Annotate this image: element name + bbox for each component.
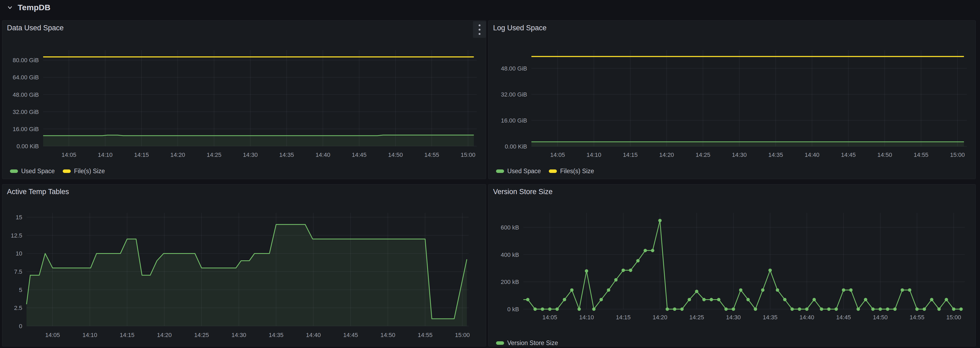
legend-label: Version Store Size — [507, 339, 558, 346]
svg-text:14:15: 14:15 — [120, 332, 135, 338]
panel-menu-kebab-icon[interactable] — [473, 21, 486, 38]
svg-text:14:40: 14:40 — [799, 314, 814, 321]
svg-text:48.00 GiB: 48.00 GiB — [13, 91, 39, 98]
legend-item-files-size[interactable]: Files(s) Size — [549, 168, 594, 175]
svg-text:14:10: 14:10 — [579, 314, 594, 321]
legend-item-used-space[interactable]: Used Space — [10, 168, 55, 175]
legend-color-pill — [549, 169, 557, 173]
svg-text:32.00 GiB: 32.00 GiB — [501, 91, 527, 98]
legend-item-version-store-size[interactable]: Version Store Size — [496, 339, 558, 346]
svg-text:400 kB: 400 kB — [501, 252, 519, 258]
timeseries-chart[interactable]: 0.00 KiB16.00 GiB32.00 GiB48.00 GiB14:05… — [488, 21, 976, 179]
svg-text:5: 5 — [19, 287, 22, 293]
svg-text:14:10: 14:10 — [587, 152, 601, 158]
svg-text:14:35: 14:35 — [768, 152, 783, 158]
svg-text:14:50: 14:50 — [877, 152, 892, 158]
svg-text:14:30: 14:30 — [243, 152, 258, 158]
legend: Used Space Files(s) Size — [496, 168, 594, 174]
legend-label: Used Space — [21, 168, 55, 175]
svg-text:16.00 GiB: 16.00 GiB — [13, 126, 39, 132]
svg-text:14:45: 14:45 — [841, 152, 856, 158]
svg-text:32.00 GiB: 32.00 GiB — [13, 109, 39, 115]
section-title: TempDB — [18, 3, 50, 12]
svg-text:14:25: 14:25 — [696, 152, 710, 158]
svg-text:600 kB: 600 kB — [501, 224, 519, 231]
legend: Used Space File(s) Size — [10, 168, 105, 174]
svg-text:14:20: 14:20 — [659, 152, 674, 158]
legend-color-pill — [496, 341, 504, 345]
section-row-tempdb[interactable]: TempDB — [6, 2, 50, 13]
svg-text:14:45: 14:45 — [343, 332, 358, 338]
svg-text:14:25: 14:25 — [194, 332, 209, 338]
panel-title[interactable]: Version Store Size — [493, 188, 552, 196]
panel-title[interactable]: Data Used Space — [7, 24, 64, 32]
svg-text:14:35: 14:35 — [763, 314, 777, 321]
svg-text:15: 15 — [16, 214, 22, 221]
panel-data-used-space: Data Used Space 0.00 KiB16.00 GiB32.00 G… — [2, 21, 486, 179]
svg-text:14:55: 14:55 — [418, 332, 433, 338]
svg-text:0: 0 — [19, 323, 22, 329]
svg-text:14:40: 14:40 — [315, 152, 330, 158]
legend-color-pill — [10, 169, 18, 173]
svg-text:80.00 GiB: 80.00 GiB — [13, 57, 39, 64]
svg-text:15:00: 15:00 — [950, 152, 965, 158]
svg-text:14:10: 14:10 — [98, 152, 113, 158]
svg-text:14:30: 14:30 — [232, 332, 246, 338]
svg-text:10: 10 — [16, 250, 22, 257]
svg-text:12.5: 12.5 — [11, 232, 22, 239]
panel-version-store-size: Version Store Size 0 kB200 kB400 kB600 k… — [488, 184, 976, 346]
svg-text:14:50: 14:50 — [380, 332, 395, 338]
timeseries-chart[interactable]: 0.00 KiB16.00 GiB32.00 GiB48.00 GiB64.00… — [2, 21, 486, 179]
timeseries-chart[interactable]: 0 kB200 kB400 kB600 kB14:0514:1014:1514:… — [488, 184, 976, 346]
legend-color-pill — [63, 169, 71, 173]
svg-text:14:40: 14:40 — [805, 152, 819, 158]
svg-text:14:30: 14:30 — [732, 152, 746, 158]
svg-text:14:30: 14:30 — [726, 314, 741, 321]
svg-text:14:45: 14:45 — [836, 314, 851, 321]
svg-text:14:15: 14:15 — [623, 152, 638, 158]
svg-text:0.00 KiB: 0.00 KiB — [505, 143, 527, 150]
legend-label: Files(s) Size — [560, 168, 594, 175]
svg-text:14:55: 14:55 — [910, 314, 924, 321]
panel-log-used-space: Log Used Space 0.00 KiB16.00 GiB32.00 Gi… — [488, 21, 976, 179]
legend-item-used-space[interactable]: Used Space — [496, 168, 541, 175]
svg-text:14:05: 14:05 — [550, 152, 565, 158]
panel-title[interactable]: Active Temp Tables — [7, 188, 69, 196]
legend: Version Store Size — [496, 339, 558, 346]
panel-title[interactable]: Log Used Space — [493, 24, 547, 32]
panel-active-temp-tables: Active Temp Tables 02.557.51012.51514:05… — [2, 184, 486, 346]
svg-text:64.00 GiB: 64.00 GiB — [13, 74, 39, 81]
svg-text:14:05: 14:05 — [62, 152, 76, 158]
svg-text:14:50: 14:50 — [388, 152, 403, 158]
legend-item-files-size[interactable]: File(s) Size — [63, 168, 105, 175]
chevron-down-icon — [6, 4, 13, 11]
svg-text:0 kB: 0 kB — [507, 306, 519, 313]
svg-text:16.00 GiB: 16.00 GiB — [501, 117, 527, 124]
svg-text:14:40: 14:40 — [306, 332, 321, 338]
legend-label: Used Space — [507, 168, 541, 175]
svg-text:14:50: 14:50 — [873, 314, 888, 321]
svg-text:48.00 GiB: 48.00 GiB — [501, 65, 527, 72]
svg-text:14:20: 14:20 — [157, 332, 172, 338]
legend-color-pill — [496, 169, 504, 173]
svg-text:14:35: 14:35 — [279, 152, 294, 158]
svg-text:15:00: 15:00 — [455, 332, 470, 338]
svg-text:14:25: 14:25 — [689, 314, 704, 321]
svg-text:14:10: 14:10 — [83, 332, 97, 338]
svg-text:14:15: 14:15 — [616, 314, 630, 321]
svg-text:14:05: 14:05 — [45, 332, 60, 338]
svg-text:14:20: 14:20 — [170, 152, 185, 158]
svg-text:14:55: 14:55 — [914, 152, 929, 158]
svg-text:14:35: 14:35 — [269, 332, 283, 338]
svg-text:15:00: 15:00 — [946, 314, 961, 321]
legend-label: File(s) Size — [74, 168, 105, 175]
svg-text:2.5: 2.5 — [14, 305, 22, 311]
svg-text:14:25: 14:25 — [207, 152, 221, 158]
svg-text:14:55: 14:55 — [425, 152, 439, 158]
svg-text:14:20: 14:20 — [652, 314, 667, 321]
svg-text:7.5: 7.5 — [14, 268, 22, 275]
svg-text:14:05: 14:05 — [542, 314, 557, 321]
timeseries-chart[interactable]: 02.557.51012.51514:0514:1014:1514:2014:2… — [2, 184, 486, 346]
svg-text:14:15: 14:15 — [134, 152, 149, 158]
svg-text:200 kB: 200 kB — [501, 279, 519, 285]
